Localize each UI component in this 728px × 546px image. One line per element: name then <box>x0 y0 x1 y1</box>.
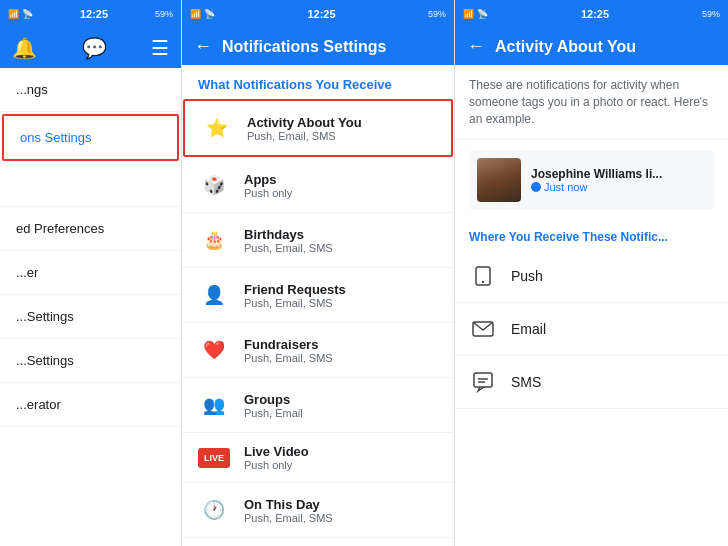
menu-item-generator[interactable]: ...erator <box>0 383 181 427</box>
messenger-icon: 💬 <box>82 36 107 60</box>
activity-title: Activity About You <box>247 115 362 130</box>
birthdays-sub: Push, Email, SMS <box>244 242 333 254</box>
user-name: Josephine Williams li... <box>531 167 662 181</box>
back-button-2[interactable]: ← <box>194 36 212 57</box>
on-this-day-sub: Push, Email, SMS <box>244 512 333 524</box>
notif-item-friend-requests[interactable]: 👤 Friend Requests Push, Email, SMS <box>182 268 454 323</box>
receive-item-push[interactable]: Push <box>455 250 728 303</box>
receive-section-label: Where You Receive These Notific... <box>455 220 728 250</box>
fundraisers-sub: Push, Email, SMS <box>244 352 333 364</box>
notifications-list: ⭐ Activity About You Push, Email, SMS 🎲 … <box>182 98 454 538</box>
status-time-2: 12:25 <box>307 8 335 20</box>
notif-item-on-this-day[interactable]: 🕐 On This Day Push, Email, SMS <box>182 483 454 538</box>
groups-icon: 👥 <box>198 389 230 421</box>
receive-item-email[interactable]: Email <box>455 303 728 356</box>
live-video-icon: LIVE <box>198 448 230 468</box>
menu-item-ad-preferences[interactable]: ed Preferences <box>0 207 181 251</box>
menu-item-settings-partial[interactable]: ...ngs <box>0 68 181 112</box>
status-bar-2: 📶 📡 12:25 59% <box>182 0 454 28</box>
status-icons-right-3: 59% <box>702 9 720 19</box>
menu-item-notifications-settings[interactable]: ons Settings <box>2 114 179 161</box>
signal-icon-2: 📶 <box>190 9 201 19</box>
activity-description: These are notifications for activity whe… <box>455 65 728 140</box>
status-icons-right-1: 59% <box>155 9 173 19</box>
status-time-3: 12:25 <box>581 8 609 20</box>
avatar <box>477 158 521 202</box>
activity-text: Activity About You Push, Email, SMS <box>247 115 362 142</box>
status-icons-left-3: 📶 📡 <box>463 9 488 19</box>
menu-item-settings1[interactable]: ...Settings <box>0 295 181 339</box>
menu-item-settings2[interactable]: ...Settings <box>0 339 181 383</box>
notifications-section-label: What Notifications You Receive <box>182 65 454 98</box>
notifications-header: ← Notifications Settings <box>182 28 454 65</box>
battery-icon-3: 59% <box>702 9 720 19</box>
live-video-text: Live Video Push only <box>244 444 309 471</box>
notif-item-live-video[interactable]: LIVE Live Video Push only <box>182 433 454 483</box>
email-label: Email <box>511 321 546 337</box>
wifi-icon-3: 📡 <box>477 9 488 19</box>
sms-label: SMS <box>511 374 541 390</box>
sms-icon <box>469 368 497 396</box>
notif-item-apps[interactable]: 🎲 Apps Push only <box>182 158 454 213</box>
email-icon <box>469 315 497 343</box>
push-label: Push <box>511 268 543 284</box>
status-icons-right-2: 59% <box>428 9 446 19</box>
on-this-day-title: On This Day <box>244 497 333 512</box>
bell-icon: 🔔 <box>12 36 37 60</box>
battery-icon-1: 59% <box>155 9 173 19</box>
signal-icon-3: 📶 <box>463 9 474 19</box>
notif-item-birthdays[interactable]: 🎂 Birthdays Push, Email, SMS <box>182 213 454 268</box>
apps-title: Apps <box>244 172 292 187</box>
push-icon <box>469 262 497 290</box>
receive-item-sms[interactable]: SMS <box>455 356 728 409</box>
panel-left: 📶 📡 12:25 59% 🔔 💬 ☰ ...ngs ons Settings … <box>0 0 182 546</box>
status-icons-left-2: 📶 📡 <box>190 9 215 19</box>
menu-item-blank1[interactable] <box>0 163 181 207</box>
notif-item-groups[interactable]: 👥 Groups Push, Email <box>182 378 454 433</box>
on-this-day-text: On This Day Push, Email, SMS <box>244 497 333 524</box>
menu-item-blank2[interactable]: ...er <box>0 251 181 295</box>
activity-sub: Push, Email, SMS <box>247 130 362 142</box>
friend-requests-title: Friend Requests <box>244 282 346 297</box>
friend-requests-icon: 👤 <box>198 279 230 311</box>
on-this-day-icon: 🕐 <box>198 494 230 526</box>
online-dot <box>531 182 541 192</box>
status-bar-3: 📶 📡 12:25 59% <box>455 0 728 28</box>
friend-requests-sub: Push, Email, SMS <box>244 297 346 309</box>
notif-item-fundraisers[interactable]: ❤️ Fundraisers Push, Email, SMS <box>182 323 454 378</box>
activity-header: ← Activity About You <box>455 28 728 65</box>
live-video-title: Live Video <box>244 444 309 459</box>
menu-list: ...ngs ons Settings ed Preferences ...er… <box>0 68 181 427</box>
birthdays-icon: 🎂 <box>198 224 230 256</box>
panel-activity-detail: 📶 📡 12:25 59% ← Activity About You These… <box>455 0 728 546</box>
panel-1-header: 🔔 💬 ☰ <box>0 28 181 68</box>
groups-sub: Push, Email <box>244 407 303 419</box>
status-bar-1: 📶 📡 12:25 59% <box>0 0 181 28</box>
birthdays-text: Birthdays Push, Email, SMS <box>244 227 333 254</box>
apps-text: Apps Push only <box>244 172 292 199</box>
live-video-sub: Push only <box>244 459 309 471</box>
battery-icon-2: 59% <box>428 9 446 19</box>
notif-item-activity[interactable]: ⭐ Activity About You Push, Email, SMS <box>183 99 453 157</box>
fundraisers-icon: ❤️ <box>198 334 230 366</box>
back-button-3[interactable]: ← <box>467 36 485 57</box>
svg-rect-3 <box>474 373 492 387</box>
wifi-icon: 📡 <box>22 9 33 19</box>
fundraisers-text: Fundraisers Push, Email, SMS <box>244 337 333 364</box>
activity-icon: ⭐ <box>201 112 233 144</box>
groups-title: Groups <box>244 392 303 407</box>
birthdays-title: Birthdays <box>244 227 333 242</box>
apps-icon: 🎲 <box>198 169 230 201</box>
signal-icon: 📶 <box>8 9 19 19</box>
panel-notifications: 📶 📡 12:25 59% ← Notifications Settings W… <box>182 0 455 546</box>
svg-point-1 <box>482 281 484 283</box>
fundraisers-title: Fundraisers <box>244 337 333 352</box>
menu-icon[interactable]: ☰ <box>151 36 169 60</box>
receive-list: Push Email SMS <box>455 250 728 409</box>
wifi-icon-2: 📡 <box>204 9 215 19</box>
user-info: Josephine Williams li... Just now <box>531 167 662 193</box>
panel3-title: Activity About You <box>495 38 716 56</box>
panel2-title: Notifications Settings <box>222 38 442 56</box>
user-example-card: Josephine Williams li... Just now <box>469 150 714 210</box>
status-icons-left-1: 📶 📡 <box>8 9 33 19</box>
